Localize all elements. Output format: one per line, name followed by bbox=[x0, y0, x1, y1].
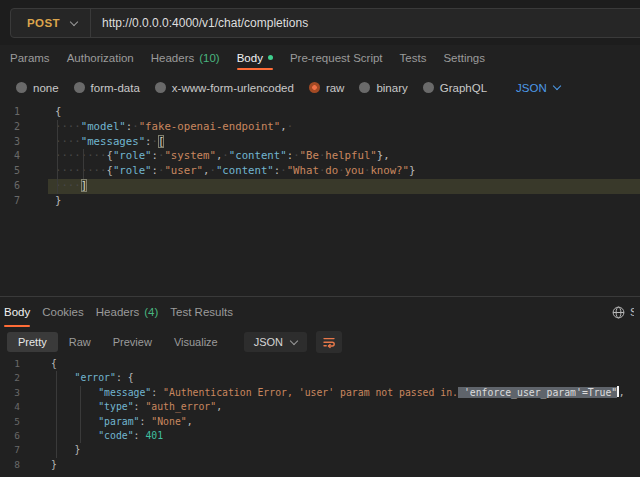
radio-icon bbox=[74, 82, 85, 93]
tab-label: Headers bbox=[96, 306, 139, 318]
wrap-text-button[interactable] bbox=[316, 331, 342, 353]
tab-tests[interactable]: Tests bbox=[400, 45, 427, 70]
request-tabs: ParamsAuthorizationHeaders(10)BodyPre-re… bbox=[0, 45, 640, 70]
indent-guide bbox=[80, 386, 81, 444]
code-line: 7 } bbox=[0, 443, 640, 457]
globe-icon[interactable] bbox=[612, 306, 625, 319]
code-token: "Be bbox=[300, 149, 319, 162]
line-number: 6 bbox=[0, 429, 20, 443]
code-token: "model" bbox=[81, 120, 126, 133]
chevron-down-icon bbox=[70, 17, 78, 25]
code-content: ········{"role":·"system",·"content":·"B… bbox=[48, 149, 640, 164]
code-token: "type" bbox=[98, 401, 133, 412]
response-language-selector[interactable]: JSON bbox=[244, 332, 307, 352]
code-token bbox=[51, 416, 98, 427]
code-token: , bbox=[216, 401, 222, 412]
code-line: 4 "type": "auth_error", bbox=[0, 400, 640, 414]
radio-label: binary bbox=[376, 82, 407, 94]
radio-label: none bbox=[33, 82, 59, 94]
code-token: "What bbox=[287, 164, 319, 177]
code-line: 5 "param": "None", bbox=[0, 415, 640, 429]
raw-language-selector[interactable]: JSON bbox=[516, 82, 560, 94]
code-token: "code" bbox=[98, 430, 133, 441]
code-token: } bbox=[409, 164, 415, 177]
line-number: 2 bbox=[0, 120, 20, 135]
indent-guide bbox=[57, 120, 58, 194]
code-token: · bbox=[287, 120, 293, 133]
code-token: "param" bbox=[98, 416, 139, 427]
tab-pre-request-script[interactable]: Pre-request Script bbox=[290, 45, 383, 70]
response-toolbar: PrettyRawPreviewVisualizeJSON bbox=[0, 327, 640, 357]
body-type-option-raw[interactable]: raw bbox=[309, 82, 345, 94]
line-number: 5 bbox=[0, 415, 20, 429]
tab-body[interactable]: Body bbox=[237, 45, 273, 70]
response-tab-test-results[interactable]: Test Results bbox=[170, 297, 233, 327]
body-type-option-form-data[interactable]: form-data bbox=[74, 82, 140, 94]
code-token: , bbox=[619, 387, 625, 398]
view-button-visualize[interactable]: Visualize bbox=[163, 332, 229, 352]
code-token: "message" bbox=[98, 387, 151, 398]
response-tab-headers[interactable]: Headers(4) bbox=[96, 297, 159, 327]
code-line: 2····"model":·"fake-openai-endpoint",· bbox=[0, 120, 640, 135]
tab-label: Cookies bbox=[42, 306, 84, 318]
line-number: 1 bbox=[0, 105, 20, 120]
radio-icon bbox=[359, 82, 370, 93]
tab-label: Body bbox=[4, 306, 30, 318]
code-line: 2 "error": { bbox=[0, 371, 640, 385]
tab-count-badge: (10) bbox=[199, 52, 219, 64]
indent-guide bbox=[56, 371, 57, 457]
tab-label: Params bbox=[10, 52, 50, 64]
line-number: 3 bbox=[0, 135, 20, 150]
view-button-raw[interactable]: Raw bbox=[58, 332, 102, 352]
code-line: 3····"messages":·[ bbox=[0, 135, 640, 150]
code-token: "role" bbox=[113, 149, 152, 162]
code-content: "type": "auth_error", bbox=[45, 400, 640, 414]
code-content: ····"model":·"fake-openai-endpoint",· bbox=[48, 120, 640, 135]
selected-text: 'enforce_user_param'=True" bbox=[458, 387, 617, 398]
body-type-option-graphql[interactable]: GraphQL bbox=[423, 82, 487, 94]
tab-params[interactable]: Params bbox=[10, 45, 50, 70]
tab-label: Tests bbox=[400, 52, 427, 64]
method-label: POST bbox=[27, 17, 60, 29]
body-type-option-none[interactable]: none bbox=[16, 82, 59, 94]
code-content: "param": "None", bbox=[45, 415, 640, 429]
response-body-viewer[interactable]: 1{2 "error": {3 "message": "Authenticati… bbox=[0, 357, 640, 477]
view-button-pretty[interactable]: Pretty bbox=[7, 332, 58, 352]
radio-icon bbox=[423, 82, 434, 93]
url-input[interactable]: http://0.0.0.0:4000/v1/chat/completions bbox=[91, 16, 308, 30]
radio-label: x-www-form-urlencoded bbox=[172, 82, 294, 94]
code-token: ···· bbox=[55, 135, 81, 148]
code-token: ···· bbox=[55, 179, 81, 192]
code-token: ···· bbox=[55, 120, 81, 133]
line-number: 8 bbox=[0, 458, 20, 472]
radio-icon bbox=[16, 82, 27, 93]
code-content: } bbox=[45, 458, 640, 472]
tab-label: Authorization bbox=[67, 52, 134, 64]
tab-settings[interactable]: Settings bbox=[443, 45, 485, 70]
body-type-option-binary[interactable]: binary bbox=[359, 82, 407, 94]
tab-headers[interactable]: Headers(10) bbox=[151, 45, 220, 70]
raw-language-label: JSON bbox=[516, 82, 547, 94]
body-type-option-x-www-form-urlencoded[interactable]: x-www-form-urlencoded bbox=[155, 82, 294, 94]
code-token bbox=[51, 430, 98, 441]
code-content: "error": { bbox=[45, 371, 640, 385]
code-content: { bbox=[48, 105, 640, 120]
postman-app: POST http://0.0.0.0:4000/v1/chat/complet… bbox=[0, 0, 640, 477]
code-content: ····] bbox=[48, 179, 640, 194]
tab-label: Body bbox=[237, 52, 263, 64]
line-number: 3 bbox=[0, 386, 20, 400]
code-token: "role" bbox=[113, 164, 152, 177]
method-selector[interactable]: POST bbox=[11, 9, 91, 37]
request-body-editor[interactable]: 1{2····"model":·"fake-openai-endpoint",·… bbox=[0, 105, 640, 296]
code-token: 401 bbox=[145, 430, 163, 441]
view-button-preview[interactable]: Preview bbox=[102, 332, 163, 352]
indent-guide bbox=[83, 149, 84, 179]
code-line: 6····] bbox=[0, 179, 640, 194]
tab-authorization[interactable]: Authorization bbox=[67, 45, 134, 70]
response-tab-body[interactable]: Body bbox=[4, 297, 30, 327]
request-url-row: POST http://0.0.0.0:4000/v1/chat/complet… bbox=[0, 0, 640, 45]
code-token: ········ bbox=[55, 164, 106, 177]
chevron-down-icon bbox=[290, 336, 298, 344]
response-tab-cookies[interactable]: Cookies bbox=[42, 297, 84, 327]
code-token: "content" bbox=[229, 149, 287, 162]
